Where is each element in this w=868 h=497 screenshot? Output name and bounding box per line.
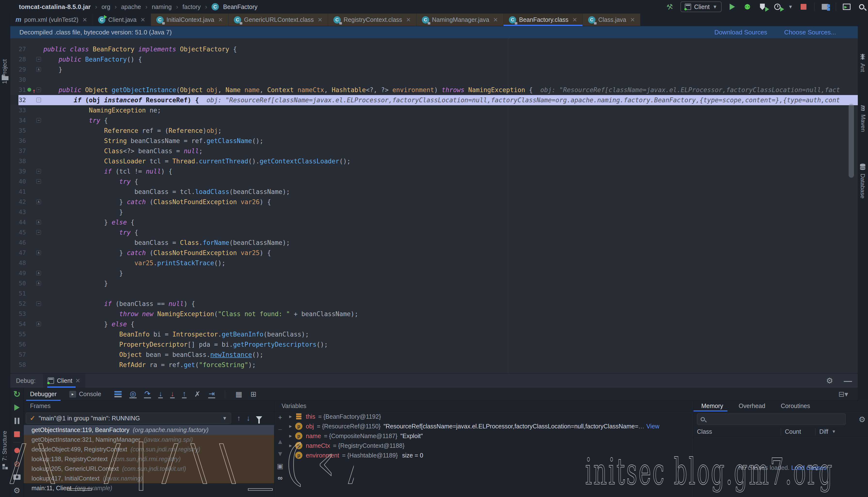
gutter[interactable] (26, 238, 43, 248)
show-execution-point-icon[interactable]: ◎ (129, 390, 137, 398)
memory-search-field[interactable] (697, 413, 846, 425)
breadcrumb-item[interactable]: factory (183, 3, 201, 11)
profiler-chevron-icon[interactable]: ▼ (788, 4, 793, 10)
close-icon[interactable]: ✕ (75, 377, 81, 384)
tab-close-icon[interactable]: ✕ (630, 16, 635, 23)
fold-marker[interactable]: ∧ (37, 200, 41, 204)
gutter[interactable]: − (26, 227, 43, 238)
tool-button-favorites[interactable]: 2: Favorites (1, 469, 8, 497)
fold-marker[interactable]: ∧ (37, 322, 41, 326)
hide-tool-window-icon[interactable]: — (844, 376, 852, 385)
tool-button-structure[interactable]: 7: Structure (1, 393, 8, 461)
debug-session-tab[interactable]: Client ✕ (43, 373, 85, 388)
gutter[interactable]: − (26, 54, 43, 65)
gutter[interactable]: ∧ (26, 197, 43, 207)
gutter[interactable]: ∧ (26, 248, 43, 258)
layout-settings-icon[interactable]: ⊞ (250, 390, 257, 398)
gutter[interactable] (26, 350, 43, 360)
fold-marker[interactable]: − (37, 169, 41, 174)
gutter[interactable]: ∧ (26, 268, 43, 278)
breadcrumb-item[interactable]: tomcat-catalina-8.5.0.jar (19, 3, 91, 11)
move-watch-up-icon[interactable]: ▲ (274, 436, 286, 448)
variable-row[interactable]: ▸this= {BeanFactory@1192} (286, 411, 693, 421)
search-everywhere-icon[interactable] (857, 2, 866, 11)
run-config-selector[interactable]: Client ▼ (680, 1, 722, 12)
chevron-right-icon[interactable]: ▸ (286, 413, 295, 420)
line-number[interactable]: 36 (10, 136, 26, 146)
editor-tab-beanfactory-class[interactable]: CBeanFactory.class✕ (504, 14, 583, 26)
gutter[interactable]: − (26, 299, 43, 309)
line-number[interactable]: 39 (10, 166, 26, 176)
chevron-right-icon[interactable]: ▸ (286, 433, 295, 439)
gutter[interactable] (26, 258, 43, 268)
line-number[interactable]: 48 (10, 258, 26, 268)
drop-frame-icon[interactable]: ✗ (194, 390, 201, 398)
editor-tab-pom-xml-vulntest2-[interactable]: mpom.xml (vulnTest2)✕ (10, 14, 93, 26)
stop-icon[interactable] (10, 427, 24, 441)
line-number[interactable]: 58 (10, 360, 26, 370)
gutter[interactable] (26, 44, 43, 54)
view-breakpoints-icon[interactable] (10, 444, 24, 457)
override-marker-icon[interactable] (27, 88, 31, 91)
memory-search-input[interactable] (709, 416, 845, 423)
gutter[interactable]: − (26, 176, 43, 187)
breadcrumb-item[interactable]: apache (121, 3, 141, 11)
stack-frame-row[interactable]: getObjectInstance:119, BeanFactory(org.a… (24, 425, 274, 435)
line-number[interactable]: 41 (10, 187, 26, 197)
show-watches-icon[interactable]: ∞ (274, 472, 286, 484)
gutter[interactable]: − (26, 115, 43, 126)
load-classes-link[interactable]: Load classes (791, 464, 827, 471)
evaluate-expression-icon[interactable]: ▦ (235, 390, 243, 398)
restore-layout-icon[interactable]: ⊟▾ (838, 390, 848, 398)
gutter[interactable] (26, 309, 43, 319)
variable-row[interactable]: penvironment= {Hashtable@1189}size = 0 (286, 450, 693, 460)
force-step-into-icon[interactable]: ↓ (170, 390, 175, 398)
line-number[interactable]: 54 (10, 319, 26, 329)
stack-frame-row[interactable]: decodeObject:499, RegistryContext(com.su… (24, 444, 274, 454)
tab-close-icon[interactable]: ✕ (218, 16, 223, 23)
gutter[interactable] (26, 288, 43, 299)
terminal-icon[interactable]: ▶ (842, 2, 851, 11)
add-watch-icon[interactable]: + (274, 411, 286, 424)
build-hammer-icon[interactable]: ⚒ (665, 2, 675, 12)
debug-gear-icon[interactable]: ⚙ (826, 376, 833, 385)
run-to-cursor-icon[interactable]: ⇥ (208, 390, 215, 398)
column-header-diff[interactable]: Diff▼ (819, 428, 836, 435)
gutter[interactable] (26, 156, 43, 166)
line-number[interactable]: 52 (10, 299, 26, 309)
editor-tab-registrycontext-class[interactable]: CRegistryContext.class✕ (328, 14, 417, 26)
gutter[interactable]: − (26, 95, 43, 105)
tab-close-icon[interactable]: ✕ (141, 16, 145, 23)
line-number[interactable]: 45 (10, 227, 26, 238)
tab-close-icon[interactable]: ✕ (318, 16, 322, 23)
settings-gear-icon[interactable]: ⚙ (10, 484, 24, 497)
fold-marker[interactable]: ∧ (37, 67, 41, 72)
line-number[interactable]: 51 (10, 288, 26, 299)
run-button[interactable] (728, 2, 737, 11)
resume-icon[interactable] (10, 401, 24, 414)
line-number[interactable]: 28 (10, 54, 26, 65)
editor-scrollbar[interactable] (849, 104, 854, 178)
variable-row[interactable]: ▸pnameCtx= {RegistryContext@1188} (286, 441, 693, 450)
gutter[interactable]: ∧ (26, 217, 43, 227)
variable-row[interactable]: ▸pobj= {ResourceRef@1150}"ResourceRef[cl… (286, 421, 693, 431)
stack-frame-row[interactable]: lookup:417, InitialContext(javax.naming) (24, 473, 274, 483)
editor-tab-namingmanager-java[interactable]: CNamingManager.java✕ (417, 14, 504, 26)
gutter[interactable] (26, 75, 43, 85)
gutter[interactable]: ∧ (26, 319, 43, 329)
tab-close-icon[interactable]: ✕ (82, 16, 87, 23)
gutter[interactable] (26, 207, 43, 217)
line-number[interactable]: 46 (10, 238, 26, 248)
choose-sources-link[interactable]: Choose Sources... (784, 29, 836, 36)
column-header-class[interactable]: Class (697, 428, 781, 435)
step-out-icon[interactable]: ↑ (182, 390, 187, 398)
fold-marker[interactable]: ∧ (37, 251, 41, 255)
gutter[interactable]: − (26, 166, 43, 176)
tool-button-database[interactable]: Database (859, 164, 866, 199)
line-number[interactable]: 40 (10, 176, 26, 187)
gutter[interactable]: ∧ (26, 65, 43, 75)
line-number[interactable]: 37 (10, 146, 26, 156)
line-number[interactable]: 47 (10, 248, 26, 258)
editor-tab-initialcontext-java[interactable]: CInitialContext.java✕ (151, 14, 229, 26)
pause-icon[interactable] (10, 414, 24, 428)
